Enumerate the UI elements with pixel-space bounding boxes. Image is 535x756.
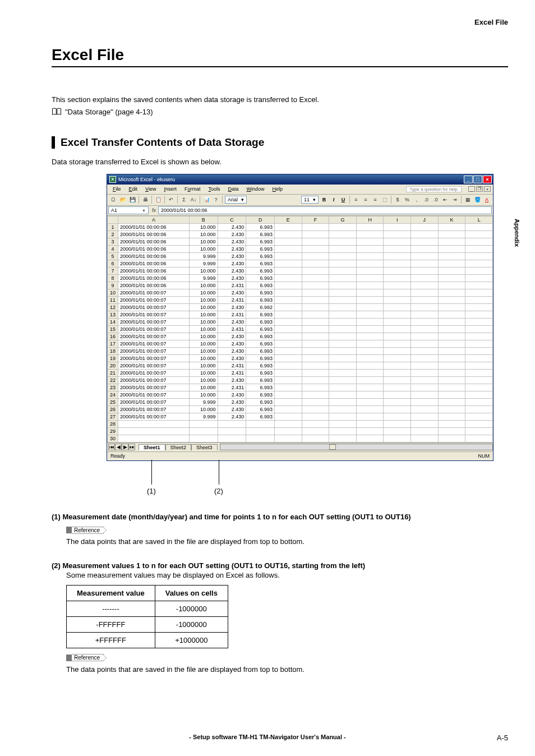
bold-button[interactable]: B bbox=[320, 197, 328, 202]
menu-data[interactable]: Data bbox=[224, 186, 242, 192]
row-header[interactable]: 11 bbox=[108, 296, 118, 303]
merge-center-icon[interactable]: ⬚ bbox=[381, 196, 389, 204]
increase-decimal-icon[interactable]: .0 bbox=[422, 196, 430, 204]
col-header[interactable]: A bbox=[118, 216, 190, 223]
col-header[interactable]: C bbox=[218, 216, 246, 223]
menu-edit[interactable]: Edit bbox=[126, 186, 141, 192]
row-header[interactable]: 13 bbox=[108, 311, 118, 318]
increase-indent-icon[interactable]: ⇥ bbox=[451, 196, 459, 204]
row-header[interactable]: 12 bbox=[108, 303, 118, 311]
menu-view[interactable]: View bbox=[142, 186, 159, 192]
underline-button[interactable]: U bbox=[339, 197, 347, 202]
row-header[interactable]: 20 bbox=[108, 362, 118, 369]
row-header[interactable]: 21 bbox=[108, 369, 118, 376]
table-row[interactable]: 22000/01/01 00:00:0610.0002.4306.993 bbox=[108, 231, 493, 238]
borders-icon[interactable]: ▦ bbox=[464, 196, 472, 204]
tab-nav-next[interactable]: ▶ bbox=[122, 444, 128, 450]
row-header[interactable]: 30 bbox=[108, 435, 118, 442]
menu-tools[interactable]: Tools bbox=[205, 186, 223, 192]
open-file-icon[interactable]: 📂 bbox=[119, 196, 127, 204]
doc-restore-button[interactable]: ❐ bbox=[476, 186, 483, 192]
align-left-icon[interactable]: ≡ bbox=[352, 196, 360, 204]
sort-asc-icon[interactable]: A↓ bbox=[190, 196, 197, 204]
table-row[interactable]: 28 bbox=[108, 420, 493, 427]
font-color-icon[interactable]: A bbox=[483, 196, 491, 204]
table-row[interactable]: 82000/01/01 00:00:069.9992.4306.993 bbox=[108, 274, 493, 282]
menu-help[interactable]: Help bbox=[269, 186, 287, 192]
chart-icon[interactable]: 📊 bbox=[202, 196, 210, 204]
table-row[interactable]: 42000/01/01 00:00:0610.0002.4306.993 bbox=[108, 245, 493, 252]
table-row[interactable]: 162000/01/01 00:00:0710.0002.4306.993 bbox=[108, 333, 493, 340]
table-row[interactable]: 132000/01/01 00:00:0710.0002.4316.993 bbox=[108, 311, 493, 318]
table-row[interactable]: 112000/01/01 00:00:0710.0002.4316.993 bbox=[108, 296, 493, 303]
row-header[interactable]: 6 bbox=[108, 260, 118, 267]
comma-icon[interactable]: , bbox=[413, 196, 421, 204]
menu-window[interactable]: Window bbox=[243, 186, 268, 192]
table-row[interactable]: 242000/01/01 00:00:0710.0002.4306.993 bbox=[108, 391, 493, 398]
col-header[interactable]: L bbox=[465, 216, 493, 223]
row-header[interactable]: 28 bbox=[108, 420, 118, 427]
horizontal-scrollbar[interactable] bbox=[220, 444, 493, 450]
table-row[interactable]: 202000/01/01 00:00:0710.0002.4316.993 bbox=[108, 362, 493, 369]
row-header[interactable]: 25 bbox=[108, 398, 118, 405]
menu-file[interactable]: File bbox=[109, 186, 124, 192]
column-header-row[interactable]: A B C D E F G H I J K L bbox=[108, 216, 493, 223]
table-row[interactable]: 222000/01/01 00:00:0710.0002.4306.993 bbox=[108, 376, 493, 384]
autosum-icon[interactable]: Σ bbox=[180, 196, 188, 204]
row-header[interactable]: 7 bbox=[108, 267, 118, 274]
percent-icon[interactable]: % bbox=[403, 196, 411, 204]
doc-minimize-button[interactable]: _ bbox=[468, 186, 475, 192]
currency-icon[interactable]: $ bbox=[394, 196, 402, 204]
help-search-box[interactable]: Type a question for help bbox=[406, 186, 462, 192]
save-icon[interactable]: 💾 bbox=[128, 196, 136, 204]
table-row[interactable]: 142000/01/01 00:00:0710.0002.4306.993 bbox=[108, 318, 493, 325]
sheet-tab-3[interactable]: Sheet3 bbox=[191, 444, 218, 450]
row-header[interactable]: 17 bbox=[108, 340, 118, 347]
table-row[interactable]: 30 bbox=[108, 435, 493, 442]
table-row[interactable]: 102000/01/01 00:00:0710.0002.4306.993 bbox=[108, 289, 493, 296]
table-row[interactable]: 212000/01/01 00:00:0710.0002.4316.993 bbox=[108, 369, 493, 376]
decrease-indent-icon[interactable]: ⇤ bbox=[441, 196, 449, 204]
name-box[interactable]: A1▼ bbox=[108, 206, 149, 214]
table-row[interactable]: 252000/01/01 00:00:079.9992.4306.993 bbox=[108, 398, 493, 405]
row-header[interactable]: 16 bbox=[108, 333, 118, 340]
maximize-button[interactable]: □ bbox=[473, 176, 482, 183]
align-right-icon[interactable]: ≡ bbox=[371, 196, 379, 204]
col-header[interactable]: J bbox=[411, 216, 439, 223]
col-header[interactable]: G bbox=[329, 216, 357, 223]
row-header[interactable]: 22 bbox=[108, 376, 118, 384]
table-row[interactable]: 12000/01/01 00:00:0610.0002.4306.993 bbox=[108, 223, 493, 231]
row-header[interactable]: 29 bbox=[108, 427, 118, 435]
table-row[interactable]: 72000/01/01 00:00:0610.0002.4306.993 bbox=[108, 267, 493, 274]
menu-format[interactable]: Format bbox=[181, 186, 204, 192]
row-header[interactable]: 8 bbox=[108, 274, 118, 282]
row-header[interactable]: 26 bbox=[108, 405, 118, 413]
worksheet-grid[interactable]: A B C D E F G H I J K L 12000/01/01 00:0… bbox=[107, 216, 493, 442]
row-header[interactable]: 1 bbox=[108, 223, 118, 231]
row-header[interactable]: 23 bbox=[108, 384, 118, 391]
sheet-tab-2[interactable]: Sheet2 bbox=[165, 444, 192, 450]
formula-input[interactable]: 2000/01/01 00:00:06 bbox=[158, 206, 492, 214]
row-header[interactable]: 19 bbox=[108, 354, 118, 362]
copy-icon[interactable]: 📋 bbox=[154, 196, 162, 204]
col-header[interactable]: F bbox=[302, 216, 329, 223]
table-row[interactable]: 152000/01/01 00:00:0710.0002.4316.993 bbox=[108, 325, 493, 333]
help-icon[interactable]: ? bbox=[212, 196, 220, 204]
italic-button[interactable]: I bbox=[330, 197, 338, 202]
table-row[interactable]: 52000/01/01 00:00:069.9992.4306.993 bbox=[108, 252, 493, 260]
row-header[interactable]: 14 bbox=[108, 318, 118, 325]
row-header[interactable]: 4 bbox=[108, 245, 118, 252]
menu-insert[interactable]: Insert bbox=[160, 186, 180, 192]
col-header[interactable]: H bbox=[356, 216, 384, 223]
table-row[interactable]: 232000/01/01 00:00:0710.0002.4316.993 bbox=[108, 384, 493, 391]
fx-icon[interactable]: fx bbox=[152, 208, 156, 213]
table-row[interactable]: 262000/01/01 00:00:0710.0002.4306.993 bbox=[108, 405, 493, 413]
table-row[interactable]: 92000/01/01 00:00:0610.0002.4316.993 bbox=[108, 282, 493, 289]
table-row[interactable]: 29 bbox=[108, 427, 493, 435]
align-center-icon[interactable]: ≡ bbox=[362, 196, 370, 204]
table-row[interactable]: 122000/01/01 00:00:0710.0002.4306.992 bbox=[108, 303, 493, 311]
new-file-icon[interactable]: 🗋 bbox=[109, 196, 117, 204]
col-header[interactable]: K bbox=[438, 216, 465, 223]
row-header[interactable]: 9 bbox=[108, 282, 118, 289]
row-header[interactable]: 5 bbox=[108, 252, 118, 260]
